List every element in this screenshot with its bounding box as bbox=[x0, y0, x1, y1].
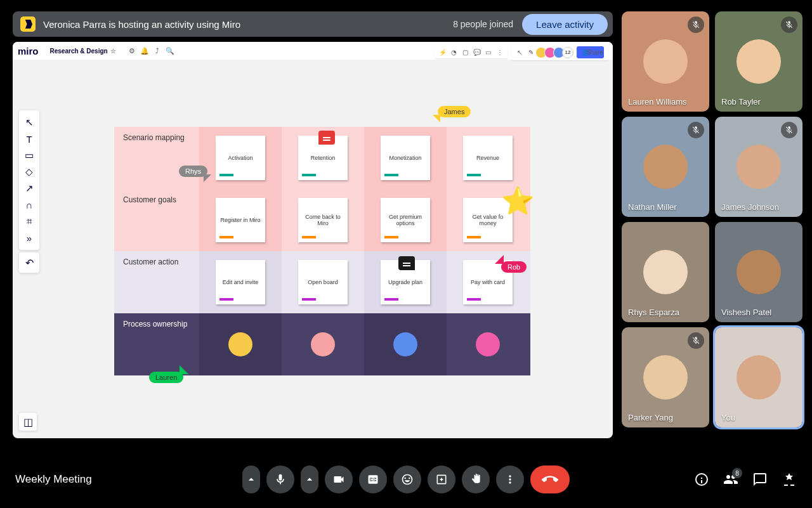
sticky-note[interactable]: Open board bbox=[298, 260, 348, 304]
bottom-bar: Weekly Meeting 8 bbox=[0, 451, 812, 508]
board-cell[interactable] bbox=[447, 313, 529, 375]
raise-hand-button[interactable] bbox=[462, 466, 490, 493]
mute-icon bbox=[688, 332, 704, 349]
collab-avatars[interactable]: 12 bbox=[538, 47, 573, 58]
video-tile[interactable]: Vishesh Patel bbox=[715, 222, 802, 322]
miro-brand: miro bbox=[18, 46, 39, 56]
sticky-note[interactable]: Come back to Miro bbox=[298, 198, 348, 242]
star-icon[interactable]: ☆ bbox=[110, 48, 116, 55]
owner-avatar[interactable] bbox=[228, 332, 252, 356]
video-tile[interactable]: Lauren Williams bbox=[622, 11, 709, 112]
board-cell[interactable]: Come back to Miro bbox=[282, 189, 364, 251]
board-cell[interactable]: Monetization bbox=[364, 127, 447, 189]
share-button[interactable]: 👤 Share bbox=[577, 46, 604, 58]
people-joined-text: 8 people joined bbox=[453, 19, 513, 29]
board-cell[interactable] bbox=[282, 313, 364, 375]
participant-name: Parker Yang bbox=[628, 413, 673, 422]
leave-activity-button[interactable]: Leave activity bbox=[522, 14, 608, 35]
activity-host-text: Veronica Parra is hosting an activity us… bbox=[43, 19, 240, 30]
miro-board-frame: miro Research & Design ☆ ⚙ 🔔 ⤴ 🔍 ⚡ ◔ ▢ 💬… bbox=[13, 42, 613, 438]
board-cell[interactable]: Open board bbox=[282, 251, 364, 313]
mute-icon bbox=[781, 122, 797, 138]
right-controls: 8 bbox=[694, 472, 797, 487]
people-button[interactable]: 8 bbox=[723, 472, 738, 487]
board-name-chip[interactable]: Research & Design ☆ bbox=[45, 46, 121, 56]
owner-avatar[interactable] bbox=[476, 332, 500, 356]
chat-button[interactable] bbox=[752, 472, 768, 487]
board-row: Customer goalsRegister in MiroCome back … bbox=[114, 189, 530, 251]
captions-button[interactable] bbox=[359, 466, 387, 493]
more-tools[interactable]: » bbox=[19, 230, 39, 246]
people-count-badge: 8 bbox=[732, 468, 742, 478]
comment-red-icon[interactable] bbox=[318, 131, 335, 145]
cursor-lauren: Lauren bbox=[149, 372, 183, 383]
pen-icon[interactable]: ✎ bbox=[527, 48, 535, 56]
frame-tool[interactable]: ⌗ bbox=[19, 213, 39, 230]
activities-button[interactable] bbox=[782, 472, 797, 487]
more-options-button[interactable] bbox=[496, 466, 524, 493]
cam-options-button[interactable] bbox=[301, 466, 318, 493]
bolt-icon[interactable]: ⚡ bbox=[438, 48, 447, 56]
owner-avatar[interactable] bbox=[311, 332, 335, 356]
video-tile[interactable]: Nathan Miller bbox=[622, 117, 709, 217]
sticky-tool[interactable]: ▭ bbox=[19, 147, 39, 164]
bell-icon[interactable]: 🔔 bbox=[140, 46, 149, 55]
sticky-note[interactable]: Monetization bbox=[381, 136, 430, 180]
sticky-note[interactable]: Activation bbox=[216, 136, 265, 180]
left-toolbox: ↖ T ▭ ◇ ↗ ∩ ⌗ » bbox=[19, 110, 39, 250]
mic-options-button[interactable] bbox=[242, 466, 260, 493]
hangup-button[interactable] bbox=[530, 466, 570, 493]
video-tile[interactable]: You bbox=[715, 327, 802, 427]
cursor-rob: Rob bbox=[501, 261, 527, 273]
board-cell[interactable]: Get premium options bbox=[364, 189, 447, 251]
board-cell[interactable]: Activation bbox=[199, 127, 282, 189]
miro-topbar-right: ⚡ ◔ ▢ 💬 ▭ ⋮ ↖ ✎ 12 👤 Share bbox=[435, 44, 608, 60]
board-cell[interactable]: Pay with card bbox=[447, 251, 529, 313]
miro-logo-icon bbox=[20, 16, 36, 32]
participant-name: Rhys Esparza bbox=[628, 308, 679, 317]
present-button[interactable] bbox=[428, 466, 455, 493]
board-cell[interactable]: Register in Miro bbox=[199, 189, 282, 251]
board-cell[interactable]: Edit and invite bbox=[199, 251, 282, 313]
info-button[interactable] bbox=[694, 472, 709, 487]
meeting-name: Weekly Meeting bbox=[15, 473, 92, 486]
board-cell[interactable] bbox=[199, 313, 282, 375]
settings-icon[interactable]: ⚙ bbox=[128, 46, 136, 55]
undo-button[interactable]: ↶ bbox=[19, 252, 39, 273]
frame-icon[interactable]: ▭ bbox=[484, 48, 492, 56]
present-icon[interactable]: ▢ bbox=[461, 48, 469, 56]
more-icon[interactable]: ⋮ bbox=[495, 48, 504, 56]
cursor-rhys: Rhys bbox=[179, 166, 207, 177]
video-tile[interactable]: Rob Tayler bbox=[715, 11, 802, 112]
timer-icon[interactable]: ◔ bbox=[450, 48, 458, 56]
export-icon[interactable]: ⤴ bbox=[153, 46, 162, 55]
search-icon[interactable]: 🔍 bbox=[166, 46, 174, 55]
sticky-note[interactable]: Edit and invite bbox=[216, 260, 265, 304]
shape-tool[interactable]: ◇ bbox=[19, 164, 39, 180]
select-tool[interactable]: ↖ bbox=[19, 114, 39, 131]
sticky-note[interactable]: Revenue bbox=[463, 136, 513, 180]
reactions-button[interactable] bbox=[393, 466, 421, 493]
comment-icon[interactable]: 💬 bbox=[473, 48, 481, 56]
comment-dark-icon[interactable] bbox=[398, 256, 415, 270]
owner-avatar[interactable] bbox=[393, 332, 417, 356]
participant-name: You bbox=[721, 413, 735, 422]
mic-button[interactable] bbox=[266, 466, 294, 493]
mute-icon bbox=[688, 16, 704, 33]
sticky-note[interactable]: Get premium options bbox=[381, 198, 430, 242]
camera-button[interactable] bbox=[325, 466, 353, 493]
pen-tool[interactable]: ∩ bbox=[19, 197, 39, 213]
cursor-icon[interactable]: ↖ bbox=[515, 48, 523, 56]
board-cell[interactable]: Revenue bbox=[447, 127, 529, 189]
line-tool[interactable]: ↗ bbox=[19, 180, 39, 197]
board-cell[interactable] bbox=[364, 313, 447, 375]
mute-icon bbox=[781, 16, 797, 33]
panel-button[interactable]: ◫ bbox=[19, 413, 37, 431]
video-tile[interactable]: James Johnson bbox=[715, 117, 802, 217]
collab-count: 12 bbox=[562, 47, 573, 58]
video-tile[interactable]: Rhys Esparza bbox=[622, 222, 709, 322]
text-tool[interactable]: T bbox=[19, 131, 39, 147]
video-tile[interactable]: Parker Yang bbox=[622, 327, 709, 427]
board-row: Process ownership bbox=[114, 313, 530, 375]
sticky-note[interactable]: Register in Miro bbox=[216, 198, 265, 242]
